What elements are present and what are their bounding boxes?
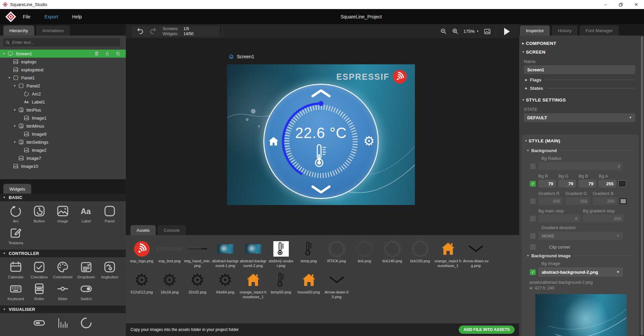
asset-item[interactable]: RTiCK.png	[323, 239, 351, 268]
state-dropdown[interactable]: DEFAULT ▼	[524, 113, 635, 122]
asset-item[interactable]: orange_repict housebase_1	[239, 270, 267, 299]
widget-arc[interactable]: Arc	[4, 204, 28, 223]
asset-item[interactable]: abstract-background-1.png	[211, 239, 239, 268]
delete-icon[interactable]	[94, 51, 99, 56]
zoom-level-dropdown[interactable]: 175% ▼	[464, 29, 479, 34]
gradient-g-input[interactable]: 255	[566, 197, 590, 205]
widget-image[interactable]: Image	[51, 204, 74, 223]
bg-radius-checkbox[interactable]	[530, 163, 536, 169]
asset-item[interactable]: house50.png	[295, 270, 323, 299]
chevron-down-icon[interactable]: ▼	[13, 109, 18, 112]
bg-gradient-stop-input[interactable]: 255	[583, 214, 624, 222]
asset-item[interactable]: Arrow-down-50.png	[323, 270, 351, 299]
undo-icon[interactable]	[137, 27, 144, 35]
bg-radius-input[interactable]: 0	[538, 162, 623, 170]
add-file-into-assets-button[interactable]: ADD FILE INTO ASSETS	[459, 326, 515, 334]
tree-item-panel1[interactable]: ▼Panel1	[0, 74, 126, 82]
widget-dropdown[interactable]: Dropdown	[74, 260, 98, 279]
design-canvas[interactable]: ESPRESSIF ⚙ 22.6 °C	[227, 64, 415, 205]
widget-panel[interactable]: Panel	[98, 204, 121, 223]
tree-item-btnsettings[interactable]: ▼btnSettings	[0, 138, 126, 146]
redo-icon[interactable]	[149, 27, 157, 35]
menu-item-help[interactable]: Help	[72, 14, 82, 19]
gradient-checkbox[interactable]	[530, 198, 536, 204]
asset-item[interactable]: ⚙32x32.png	[183, 270, 211, 299]
play-button[interactable]	[504, 28, 510, 35]
bg-main-stop-input[interactable]: 0	[538, 214, 580, 222]
widget-section-basic[interactable]: ▼BASIC	[0, 194, 126, 201]
bg-color-swatch[interactable]	[619, 181, 626, 187]
widget-textarea[interactable]: Textarea	[4, 226, 28, 245]
canvas-screen-label[interactable]: Screen1	[228, 54, 254, 59]
tree-item-label1[interactable]: AaLabel1	[0, 98, 126, 106]
widget-imgbutton[interactable]: Imgbutton	[98, 260, 121, 279]
tab-console[interactable]: Console	[158, 225, 186, 235]
tree-item-image7[interactable]: Image7	[0, 154, 126, 162]
widget-label[interactable]: AaLabel	[74, 204, 98, 223]
widget-keyboard[interactable]: Keyboard	[4, 282, 28, 301]
asset-item[interactable]: Arrow-down.svg.png	[462, 239, 490, 268]
minimize-button[interactable]: –	[598, 0, 613, 9]
widget-button[interactable]: Button	[28, 204, 51, 223]
bg-g-input[interactable]: 79	[558, 180, 576, 188]
flags-row[interactable]: ▶ Flags	[525, 77, 640, 82]
chevron-down-icon[interactable]: ▼	[13, 125, 18, 128]
section-style-main[interactable]: ▼ STYLE (MAIN)	[522, 137, 639, 145]
background-image-subsection[interactable]: ▼ Background image	[527, 253, 639, 258]
chevron-down-icon[interactable]: ▼	[8, 76, 13, 79]
tab-assets[interactable]: Assets	[130, 225, 156, 235]
background-subsection[interactable]: ▼ Background	[527, 148, 639, 153]
tab-widgets[interactable]: Widgets	[3, 184, 31, 194]
widget-roller[interactable]: Roller	[28, 282, 51, 301]
asset-item[interactable]: esp_logo.png	[128, 239, 156, 268]
tab-font-manager[interactable]: Font Manager	[580, 25, 619, 36]
bg-image-checkbox[interactable]: ✓	[530, 269, 536, 275]
chevron-down-icon[interactable]: ▼	[13, 141, 18, 144]
bg-a-input[interactable]: 255	[599, 180, 616, 188]
tree-item-esplogotext[interactable]: esplogotext	[0, 66, 126, 74]
tab-animations[interactable]: Animations	[36, 25, 70, 36]
tree-item-image1[interactable]: Image1	[0, 114, 126, 122]
tree-item-arc2[interactable]: Arc2	[0, 90, 126, 98]
tree-item-image10[interactable]: Image10	[0, 162, 126, 170]
stops-checkbox[interactable]	[530, 216, 536, 221]
asset-item[interactable]: abstract-background-2.png	[239, 239, 267, 268]
asset-item[interactable]: tick150.png	[406, 239, 434, 268]
tree-item-image2[interactable]: Image2	[0, 146, 126, 154]
asset-item[interactable]: ⚙64x64.png	[211, 270, 239, 299]
tab-history[interactable]: History	[552, 25, 577, 36]
gradient-color-swatch[interactable]	[620, 198, 627, 204]
widget-section-visualiser[interactable]: ▼VISUALISER	[0, 306, 126, 313]
bg-r-input[interactable]: 79	[538, 180, 556, 188]
asset-item[interactable]: temp.png	[295, 239, 323, 268]
states-row[interactable]: ▶ States	[525, 86, 640, 91]
asset-item[interactable]: temp50.png	[267, 270, 295, 299]
section-screen[interactable]: ▼ SCREEN	[519, 48, 640, 56]
asset-item[interactable]: tick.png	[351, 239, 378, 268]
close-button[interactable]: ✕	[629, 0, 644, 9]
asset-item[interactable]: ESPRESSIFesp_text.png	[156, 239, 183, 268]
bg-image-dropdown[interactable]: abstract-background-2.png ▼	[538, 267, 623, 277]
tab-inspector[interactable]: Inspector	[520, 25, 550, 36]
tab-hierarchy[interactable]: Hierarchy	[3, 25, 34, 36]
inspector-scrollbar[interactable]	[640, 36, 644, 336]
widget-bar[interactable]	[28, 316, 51, 330]
section-style-settings[interactable]: ▼ STYLE SETTINGS	[519, 95, 640, 104]
tree-item-esplogo[interactable]: esplogo	[0, 58, 126, 66]
clip-corner-checkbox[interactable]	[530, 244, 536, 250]
widget-colorwheel[interactable]: Colorwheel	[51, 260, 74, 279]
widget-checkbox[interactable]: Checkbox	[28, 260, 51, 279]
tree-item-screen1[interactable]: ▼Screen1	[0, 50, 126, 58]
gradient-direction-dropdown[interactable]: NONE ▼	[538, 231, 623, 240]
search-input[interactable]	[12, 40, 113, 45]
asset-item[interactable]: orange_repict housebase_1	[434, 239, 462, 268]
image-frame-icon[interactable]	[484, 28, 491, 35]
duplicate-icon[interactable]	[115, 51, 121, 56]
menu-item-export[interactable]: Export	[45, 14, 58, 19]
tree-item-btnplus[interactable]: ▼btnPlus	[0, 106, 126, 114]
asset-item[interactable]: tick140.png	[378, 239, 406, 268]
chevron-down-icon[interactable]: ▼	[3, 52, 7, 55]
unlock-icon[interactable]	[105, 51, 110, 56]
widget-calendar[interactable]: Calendar	[4, 260, 28, 279]
asset-item[interactable]: img_hand_min.png	[183, 239, 211, 268]
